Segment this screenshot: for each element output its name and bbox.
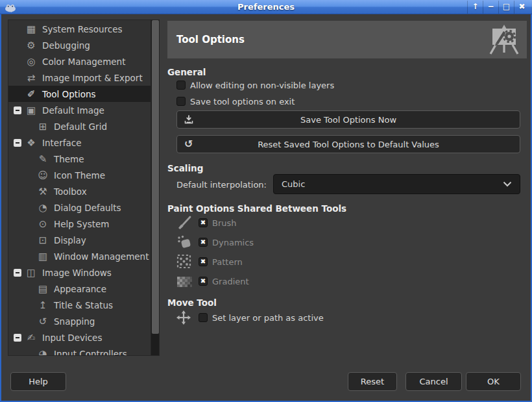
shade-button[interactable]: ↑: [467, 1, 483, 14]
default-grid-icon: ⊞: [36, 119, 50, 134]
sidebar-item-default-grid[interactable]: ⊞Default Grid: [8, 118, 160, 134]
general-section-title: General: [167, 67, 206, 77]
preferences-category-tree: ▦System Resources⚙Debugging◎Color Manage…: [8, 19, 160, 356]
sidebar-item-label: Interface: [42, 138, 81, 148]
save-tool-options-on-exit-row: Save tool options on exit: [176, 95, 295, 108]
sidebar-item-dialog-defaults[interactable]: ◔Dialog Defaults: [8, 199, 160, 216]
sidebar-item-image-import-export[interactable]: ⇄Image Import & Export: [8, 69, 160, 86]
ok-button[interactable]: OK: [466, 372, 521, 391]
reset-saved-tool-options-button[interactable]: ↺ Reset Saved Tool Options to Default Va…: [176, 135, 520, 153]
toolbox-icon: ⚒: [36, 184, 50, 199]
expander-collapse-icon[interactable]: [14, 334, 21, 342]
tool-options-icon: ✐: [24, 87, 38, 101]
sidebar-item-label: Snapping: [54, 316, 95, 327]
sidebar-item-label: Toolbox: [54, 186, 87, 197]
sidebar-item-debugging[interactable]: ⚙Debugging: [8, 37, 160, 53]
page-title: Tool Options: [176, 34, 245, 45]
expander-collapse-icon[interactable]: [14, 139, 21, 147]
minimize-button[interactable]: −: [483, 1, 498, 14]
default-interpolation-label: Default interpolation:: [176, 179, 267, 190]
sidebar-item-display[interactable]: ⊡Display: [8, 232, 160, 248]
sidebar-item-label: Theme: [54, 154, 84, 164]
brush-shared-checkbox[interactable]: [199, 218, 208, 227]
window-controls: ↑ − □ ✖: [467, 1, 529, 14]
sidebar-item-input-controllers[interactable]: ◕Input Controllers: [8, 345, 160, 356]
sidebar-item-label: Default Grid: [54, 121, 107, 132]
brush-icon: [176, 216, 193, 230]
reset-button[interactable]: Reset: [348, 372, 397, 391]
close-icon: ✖: [518, 2, 525, 11]
save-tool-options-on-exit-checkbox[interactable]: [176, 97, 186, 106]
expander-collapse-icon[interactable]: [14, 269, 21, 277]
sidebar-item-snapping[interactable]: ↺Snapping: [8, 313, 160, 329]
sidebar-item-tool-options[interactable]: ✐Tool Options: [8, 86, 160, 102]
sidebar-item-input-devices[interactable]: ✍Input Devices: [8, 329, 160, 345]
sidebar-item-label: Tool Options: [42, 89, 96, 99]
help-system-icon: ⊙: [36, 217, 50, 231]
dropdown-value: Cubic: [282, 179, 305, 189]
sidebar-item-icon-theme[interactable]: ☺Icon Theme: [8, 167, 160, 183]
sidebar-item-interface[interactable]: ❖Interface: [8, 134, 160, 151]
chevron-down-icon: [503, 179, 512, 189]
input-controllers-icon: ◕: [36, 347, 50, 357]
paint-row-dynamics: Dynamics: [176, 235, 254, 249]
titlebar[interactable]: Preferences ↑ − □ ✖: [0, 0, 532, 14]
cancel-button[interactable]: Cancel: [405, 372, 462, 391]
maximize-button[interactable]: □: [498, 1, 514, 14]
sidebar-item-color-management[interactable]: ◎Color Management: [8, 53, 160, 69]
sidebar-item-label: Display: [54, 235, 86, 245]
sidebar-item-title-status[interactable]: ↥Title & Status: [8, 297, 160, 313]
sidebar-item-label: Default Image: [42, 105, 104, 116]
help-button[interactable]: Help: [10, 372, 66, 391]
sidebar-scrollbar-thumb[interactable]: [152, 20, 159, 334]
image-windows-icon: ◫: [24, 266, 38, 280]
paint-options-section-title: Paint Options Shared Between Tools: [167, 203, 346, 214]
sidebar-item-label: Image Windows: [42, 268, 112, 278]
allow-editing-nonvisible-checkbox[interactable]: [176, 81, 186, 90]
checkbox-label[interactable]: Allow editing on non-visible layers: [190, 81, 334, 90]
sidebar-item-image-windows[interactable]: ◫Image Windows: [8, 264, 160, 281]
title-status-icon: ↥: [36, 298, 50, 312]
image-import-export-icon: ⇄: [24, 71, 38, 85]
paint-row-gradient: Gradient: [176, 274, 249, 288]
sidebar-item-label: Title & Status: [54, 300, 113, 310]
sidebar-item-label: Dialog Defaults: [54, 203, 121, 213]
sidebar-item-toolbox[interactable]: ⚒Toolbox: [8, 183, 160, 199]
expander-collapse-icon[interactable]: [14, 107, 21, 114]
sidebar-item-label: Debugging: [42, 40, 90, 51]
color-management-icon: ◎: [24, 55, 38, 69]
debugging-icon: ⚙: [24, 38, 38, 53]
move-tool-checkbox-label[interactable]: Set layer or path as active: [212, 313, 324, 323]
ok-button-label: OK: [487, 377, 500, 386]
gradient-shared-checkbox[interactable]: [199, 277, 208, 286]
move-tool-section-title: Move Tool: [167, 297, 217, 308]
sidebar-scrollbar[interactable]: [151, 20, 159, 355]
sidebar-item-system-resources[interactable]: ▦System Resources: [8, 21, 160, 37]
sidebar-item-appearance[interactable]: ▤Appearance: [8, 281, 160, 297]
dynamics-shared-checkbox[interactable]: [199, 238, 208, 247]
move-tool-icon: [176, 310, 193, 325]
close-button[interactable]: ✖: [514, 1, 529, 14]
move-tool-row: Set layer or path as active: [176, 310, 324, 325]
paint-row-brush: Brush: [176, 216, 237, 230]
sidebar-item-default-image[interactable]: ▣Default Image: [8, 102, 160, 118]
sidebar-item-window-management[interactable]: ▥Window Management: [8, 248, 160, 264]
sidebar-item-theme[interactable]: ✎Theme: [8, 151, 160, 167]
sidebar-item-help-system[interactable]: ⊙Help System: [8, 216, 160, 232]
default-interpolation-dropdown[interactable]: Cubic: [273, 174, 520, 194]
window-management-icon: ▥: [36, 249, 50, 264]
checkbox-label[interactable]: Save tool options on exit: [190, 97, 295, 107]
set-layer-or-path-active-checkbox[interactable]: [199, 313, 208, 322]
appearance-icon: ▤: [36, 282, 50, 296]
pattern-icon: [176, 255, 193, 269]
reset-button-label: Reset: [361, 377, 384, 386]
maximize-icon: □: [503, 2, 510, 11]
system-resources-icon: ▦: [24, 22, 38, 36]
interface-icon: ❖: [24, 136, 38, 150]
pattern-shared-checkbox[interactable]: [199, 257, 208, 266]
shade-icon: ↑: [472, 2, 478, 11]
save-tool-options-now-button[interactable]: Save Tool Options Now: [176, 110, 520, 129]
sidebar-item-label: Icon Theme: [54, 170, 105, 181]
reset-icon: ↺: [184, 138, 193, 150]
cancel-button-label: Cancel: [419, 377, 448, 386]
